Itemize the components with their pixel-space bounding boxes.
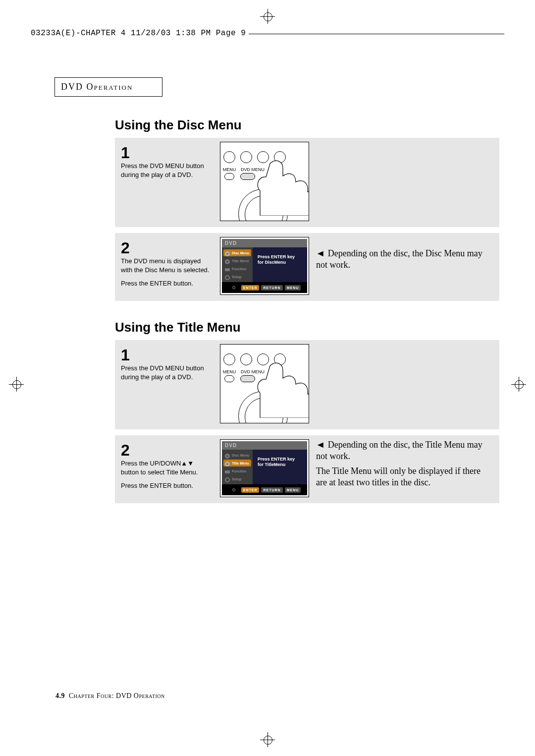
osd-label: Setup: [232, 477, 241, 481]
page-footer: 4.9 Chapter Four: DVD Operation: [55, 692, 165, 700]
svg-rect-4: [225, 268, 230, 271]
osd-disc: DVD Disc Menu: [220, 237, 309, 295]
crop-mark-left: [9, 377, 24, 392]
osd-bottom-bar: ENTER RETURN MENU: [222, 282, 307, 293]
osd-left-list: Disc Menu Title Menu: [222, 450, 253, 484]
disc-step2-text1: The DVD menu is displayed with the Disc …: [121, 257, 213, 274]
osd-title: DVD Disc Menu: [220, 439, 309, 497]
remote-illustration: MENU DVD MENU: [220, 142, 309, 221]
disc-step1: 1 Press the DVD MENU button during the p…: [115, 138, 499, 227]
crop-mark-right: [511, 377, 526, 392]
osd-row-setup: Setup: [223, 475, 251, 482]
osd-message: Press ENTER key for TitleMenu: [253, 450, 307, 484]
footer-chapter-text: Chapter Four: DVD Operation: [69, 692, 165, 699]
function-icon: [224, 468, 230, 474]
note-text: Depending on the disc, the Title Menu ma…: [316, 440, 482, 461]
section-disc-heading: Using the Disc Menu: [115, 117, 499, 133]
disc-step2-num: 2: [121, 240, 213, 256]
crop-mark-top: [260, 9, 275, 24]
menu-label: MENU: [220, 369, 238, 374]
hand-icon: [250, 358, 309, 418]
menu-button-icon: [224, 173, 234, 180]
disc-icon: [224, 258, 230, 264]
osd-message-l1: Press ENTER key: [258, 254, 302, 260]
svg-point-1: [227, 253, 228, 255]
note-text: Depending on the disc, the Disc Menu may…: [316, 248, 482, 270]
page: 03233A(E)-CHAPTER 4 11/28/03 1:38 PM Pag…: [31, 29, 504, 723]
hand-icon: [250, 156, 309, 216]
osd-label: Title Menu: [232, 462, 249, 465]
osd-row-title-menu: Title Menu: [223, 460, 251, 466]
osd-top-label: DVD: [222, 239, 307, 247]
section-title-heading: Using the Title Menu: [115, 320, 499, 335]
title-step1-text: Press the DVD MENU button during the pla…: [121, 364, 213, 381]
osd-message-l2: for DiscMenu: [258, 260, 302, 265]
svg-point-9: [227, 464, 228, 465]
osd-row-setup: Setup: [223, 273, 251, 280]
crop-mark-bottom: [260, 732, 275, 747]
print-header: 03233A(E)-CHAPTER 4 11/28/03 1:38 PM Pag…: [31, 29, 504, 41]
title-step2-text2: Press the ENTER button.: [121, 481, 213, 490]
prev-track-icon: [223, 353, 235, 365]
enter-pill: ENTER: [241, 487, 260, 493]
title-step2-text1: Press the UP/DOWN▲▼ button to select Tit…: [121, 459, 213, 476]
arrow-left-icon: ◄: [316, 248, 325, 259]
osd-message-l1: Press ENTER key: [258, 457, 302, 462]
gear-icon: [224, 476, 230, 482]
title-step2: 2 Press the UP/DOWN▲▼ button to select T…: [115, 435, 499, 503]
osd-label: Title Menu: [232, 259, 249, 263]
osd-bottom-bar: ENTER RETURN MENU: [222, 484, 307, 495]
osd-label: Function: [232, 469, 247, 473]
return-pill: RETURN: [261, 285, 282, 291]
title-step1-num: 1: [121, 347, 213, 363]
arrow-left-icon: ◄: [316, 439, 325, 451]
svg-point-7: [227, 456, 228, 457]
return-pill: RETURN: [261, 487, 282, 493]
menu-pill: MENU: [285, 285, 301, 291]
dpad-mini-icon: [228, 486, 239, 493]
disc-step2-note: ◄Depending on the disc, the Disc Menu ma…: [316, 237, 484, 271]
osd-top-label: DVD: [222, 441, 307, 450]
osd-label: Function: [232, 267, 247, 271]
disc-icon: [224, 460, 230, 466]
title-step2-num: 2: [121, 442, 213, 458]
disc-step2-text2: Press the ENTER button.: [121, 279, 213, 288]
print-header-text: 03233A(E)-CHAPTER 4 11/28/03 1:38 PM Pag…: [31, 29, 246, 38]
note-text-2: The Title Menu will only be displayed if…: [316, 466, 481, 487]
disc-step2: 2 The DVD menu is displayed with the Dis…: [115, 233, 499, 301]
osd-label: Disc Menu: [232, 454, 249, 457]
title-step1: 1 Press the DVD MENU button during the p…: [115, 340, 499, 429]
osd-row-function: Function: [223, 265, 251, 272]
title-step2-note: ◄Depending on the disc, the Title Menu m…: [316, 439, 484, 489]
svg-point-11: [225, 478, 229, 482]
dpad-mini-icon: [228, 284, 239, 291]
disc-icon: [224, 250, 230, 256]
osd-message: Press ENTER key for DiscMenu: [253, 247, 307, 282]
osd-row-function: Function: [223, 467, 251, 474]
gear-icon: [224, 274, 230, 280]
disc-step1-text: Press the DVD MENU button during the pla…: [121, 162, 213, 179]
function-icon: [224, 266, 230, 272]
osd-label: Disc Menu: [232, 251, 249, 255]
menu-label: MENU: [220, 167, 238, 172]
chapter-tab-text: DVD Operation: [61, 82, 133, 92]
osd-message-l2: for TitleMenu: [258, 462, 302, 467]
svg-point-5: [225, 276, 229, 280]
osd-row-disc-menu: Disc Menu: [223, 452, 251, 459]
svg-point-3: [227, 261, 228, 263]
osd-row-disc-menu: Disc Menu: [223, 249, 251, 256]
osd-row-title-menu: Title Menu: [223, 257, 251, 264]
disc-icon: [224, 452, 230, 458]
osd-label: Setup: [232, 275, 241, 279]
footer-page-number: 4.9: [55, 692, 65, 699]
svg-rect-10: [225, 470, 230, 473]
enter-pill: ENTER: [241, 285, 260, 291]
menu-button-icon: [224, 375, 234, 382]
menu-pill: MENU: [285, 487, 301, 493]
prev-track-icon: [223, 151, 235, 163]
disc-step1-num: 1: [121, 145, 213, 161]
osd-left-list: Disc Menu Title Menu: [222, 247, 253, 282]
chapter-tab: DVD Operation: [54, 77, 162, 97]
remote-illustration: MENU DVD MENU: [220, 344, 309, 423]
